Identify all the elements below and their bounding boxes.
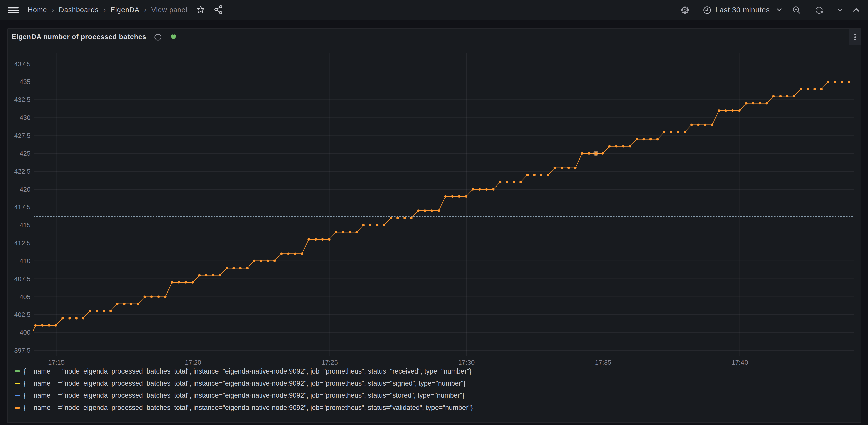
svg-text:415: 415: [20, 221, 31, 229]
svg-text:422.5: 422.5: [14, 168, 31, 175]
svg-text:400: 400: [20, 329, 31, 336]
svg-text:407.5: 407.5: [14, 275, 31, 283]
svg-text:425: 425: [20, 150, 31, 157]
svg-text:410: 410: [20, 257, 31, 265]
svg-text:427.5: 427.5: [14, 132, 31, 139]
svg-text:430: 430: [20, 114, 31, 121]
svg-text:420: 420: [20, 186, 31, 193]
svg-text:397.5: 397.5: [14, 346, 31, 354]
svg-text:405: 405: [20, 293, 31, 301]
svg-text:17:40: 17:40: [732, 359, 748, 366]
svg-text:432.5: 432.5: [14, 96, 31, 104]
svg-text:17:35: 17:35: [595, 359, 612, 366]
svg-text:417.5: 417.5: [14, 203, 31, 211]
svg-text:435: 435: [20, 78, 31, 86]
svg-text:412.5: 412.5: [14, 239, 31, 247]
svg-text:402.5: 402.5: [14, 311, 31, 318]
svg-text:437.5: 437.5: [14, 60, 31, 68]
